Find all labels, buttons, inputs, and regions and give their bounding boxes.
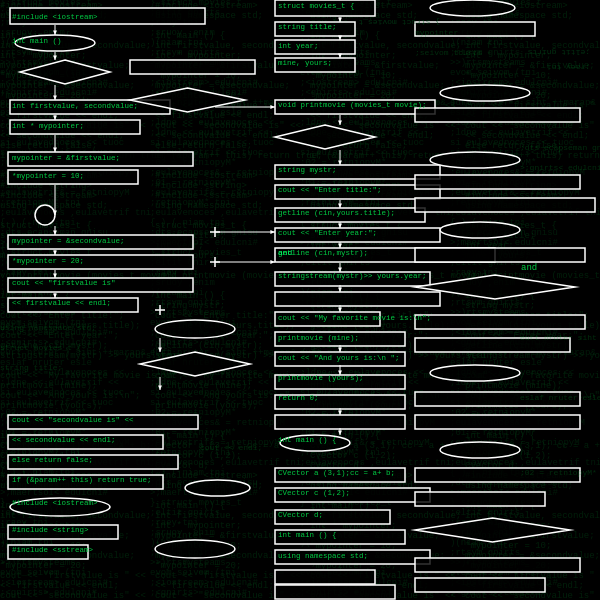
background-canvas <box>0 0 600 600</box>
code-canvas <box>0 0 600 600</box>
